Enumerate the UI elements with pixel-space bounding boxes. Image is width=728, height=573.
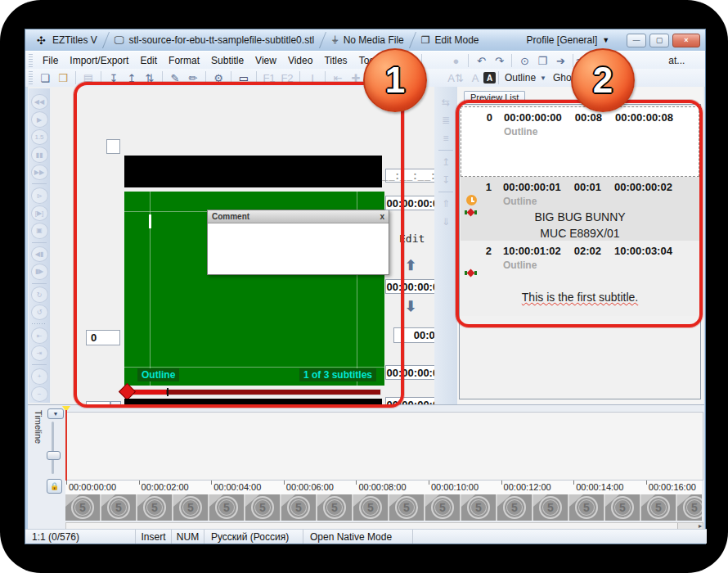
toolbar-truncated-label[interactable]: at... (668, 55, 685, 66)
titlebar-separator (409, 32, 416, 48)
new-document-icon[interactable]: ❏ (37, 70, 53, 85)
zoom-out-icon[interactable]: − (31, 386, 48, 402)
char-spacing-icon[interactable]: A⇅ (447, 70, 464, 85)
countdown-reel-icon: 5 (575, 496, 598, 519)
timeline-track-area[interactable] (65, 412, 703, 481)
merge-lines-icon[interactable]: ≣ (438, 113, 454, 128)
menu-item-video[interactable]: Video (282, 53, 318, 68)
simulation-monitor-icon[interactable]: ▣ (31, 223, 48, 238)
toolbar-separator (32, 364, 47, 365)
film-frame: 5 (533, 494, 568, 521)
font-color-icon[interactable]: A (467, 70, 483, 85)
box-effect-button[interactable]: A (483, 72, 496, 83)
ruler-tick (429, 481, 429, 485)
timeline-zoom-slider[interactable] (52, 422, 54, 474)
menu-item-view[interactable]: View (249, 53, 282, 68)
callout-rect-2 (456, 100, 703, 327)
callout-number: 1 (385, 60, 405, 101)
profile-label: Profile [General] (527, 34, 598, 46)
cue-in-icon[interactable]: ⇤ (31, 327, 48, 343)
ruler-timecode: 00:00:00:00 (69, 482, 116, 492)
arrow-up-icon[interactable]: ⬆ (405, 257, 416, 274)
menu-item-file[interactable]: File (37, 53, 64, 68)
push-down-icon[interactable]: ⇓ (438, 214, 454, 229)
film-frame: 5 (209, 494, 244, 521)
app-logo-icon: ✣ (37, 34, 46, 47)
timeline-panel-label: Timeline (30, 410, 43, 467)
cue-out-icon[interactable]: ⇥ (31, 345, 48, 361)
zoom-in-icon[interactable]: + (31, 368, 48, 384)
toolbar-separator (511, 54, 512, 67)
previous-subtitle-icon[interactable]: ◀▮ (31, 246, 48, 262)
preview-mode-icon[interactable]: [▶] (31, 205, 48, 221)
ruler-timecode: 00:00:12:00 (504, 482, 551, 492)
timeline-ruler[interactable]: 00:00:00:0000:00:02:0000:00:04:0000:00:0… (65, 481, 702, 495)
countdown-reel-icon: 5 (539, 496, 562, 519)
copy-icon[interactable]: ❐ (534, 53, 550, 68)
next-subtitle-icon[interactable]: ▮▶ (31, 264, 48, 279)
film-frame: 5 (353, 494, 388, 521)
film-frame: 5 (569, 494, 604, 521)
undo-icon[interactable]: ↶ (473, 53, 489, 68)
close-button[interactable]: × (672, 34, 700, 47)
menu-item-format[interactable]: Format (163, 53, 205, 68)
toolbar-separator (32, 242, 47, 243)
film-frame: 5 (389, 494, 424, 521)
play-speed-icon[interactable]: 1.5 (31, 129, 48, 145)
ruler-timecode: 00:00:04:00 (213, 482, 261, 492)
toolbar-separator (468, 54, 469, 67)
countdown-reel-icon: 5 (215, 496, 238, 519)
play-cue-icon[interactable]: ⊳ (31, 187, 48, 203)
film-frame: 5 (641, 494, 676, 521)
ruler-timecode: 00:00:16:00 (649, 482, 696, 492)
menu-items: FileImport/ExportEditFormatSubtitleViewV… (37, 53, 419, 68)
film-frame: 5 (317, 494, 352, 521)
ruler-tick (66, 481, 67, 485)
app-title: EZTitles V (52, 34, 97, 46)
play-icon[interactable]: ▶ (31, 111, 48, 127)
timeline-zoom-thumb[interactable] (47, 451, 61, 460)
ruler-timecode: 00:00:14:00 (576, 482, 623, 492)
countdown-reel-icon: 5 (107, 496, 130, 519)
countdown-reel-icon: 5 (251, 496, 274, 519)
status-mode: Open Native Mode (303, 530, 413, 544)
menu-item-subtitle[interactable]: Subtitle (205, 53, 249, 68)
loop-play-icon[interactable]: ↻ (31, 286, 48, 302)
pause-icon[interactable]: ▮▮ (31, 147, 48, 162)
fast-forward-icon[interactable]: ▶▶ (31, 165, 48, 180)
go-to-icon[interactable]: ➔ (552, 53, 568, 68)
arrow-down-icon[interactable]: ⬇ (405, 298, 416, 315)
maximize-button[interactable]: ▢ (649, 34, 669, 47)
timeline-filmstrip[interactable]: 555555555555555555 (65, 494, 702, 521)
record-icon[interactable]: ● (447, 53, 464, 68)
menu-item-import-export[interactable]: Import/Export (64, 53, 134, 68)
document-name: stl-source-for-ebu-tt-samplefile-subtitl… (128, 34, 314, 46)
move-line-up-icon[interactable]: ↥ (438, 155, 454, 169)
ruler-tick (139, 481, 140, 485)
toolbar-separator (75, 71, 76, 84)
minimize-button[interactable]: — (627, 34, 646, 47)
menu-item-titles[interactable]: Titles (318, 53, 353, 68)
push-up-icon[interactable]: ⇑ (438, 196, 454, 211)
find-icon[interactable]: ⊙ (516, 53, 533, 68)
countdown-reel-icon: 5 (323, 496, 346, 519)
media-tab[interactable]: ⏚ No Media File (331, 34, 404, 46)
open-file-icon[interactable]: ❒ (55, 70, 71, 85)
move-line-down-icon[interactable]: ↧ (438, 173, 454, 187)
rewind-icon[interactable]: ◀◀ (31, 94, 48, 110)
subtitle-tools-toolbar: ⇆≣≡↥↧⇑⇓ (434, 87, 457, 404)
presentation-style-dropdown[interactable]: Outline ▼ (501, 71, 550, 84)
split-lines-icon[interactable]: ≡ (438, 131, 454, 146)
swap-subtitles-icon[interactable]: ⇆ (438, 95, 454, 110)
replay-icon[interactable]: ↺ (31, 305, 48, 320)
lock-icon[interactable]: 🔒 (47, 479, 62, 494)
toolbar-separator (438, 192, 453, 192)
countdown-reel-icon: 5 (287, 496, 310, 519)
profile-dropdown[interactable]: Profile [General] ▼ (527, 34, 610, 46)
document-tab[interactable]: 🖵 stl-source-for-ebu-tt-samplefile-subti… (115, 34, 314, 46)
redo-icon[interactable]: ↷ (491, 53, 507, 68)
chevron-down-icon: ▼ (602, 36, 609, 44)
menu-item-edit[interactable]: Edit (134, 53, 163, 68)
timeline-options-dropdown[interactable]: ▼ (47, 408, 64, 419)
mode-tab[interactable]: ❐ Edit Mode (421, 34, 479, 46)
